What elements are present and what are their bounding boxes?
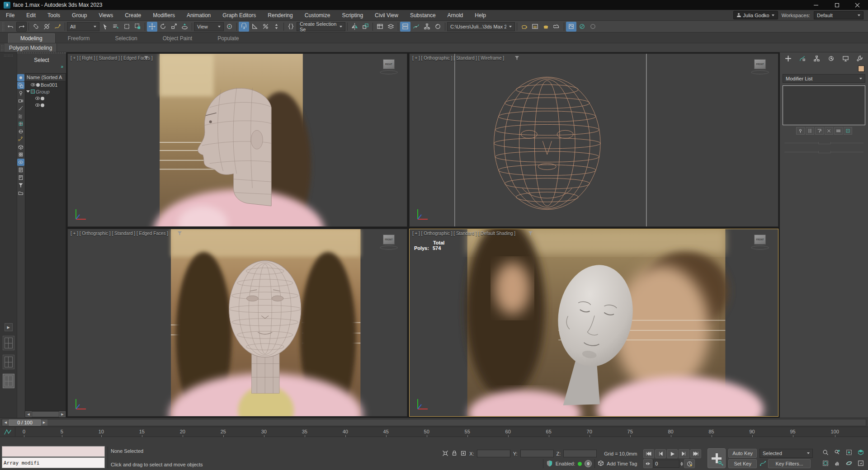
viewport-label[interactable]: [ + ] [ Orthographic ] [ Standard ] [ Ed… bbox=[71, 231, 168, 236]
explorer-row-box001[interactable]: Box001 bbox=[25, 81, 66, 88]
explorer-display-groups-icon[interactable] bbox=[17, 120, 24, 127]
help-circle-icon[interactable] bbox=[588, 22, 598, 32]
viewcube-face[interactable]: FRONT bbox=[383, 235, 395, 244]
explorer-properties-icon[interactable] bbox=[17, 166, 24, 174]
explorer-display-lights-icon[interactable] bbox=[17, 89, 24, 97]
viewcube-face[interactable]: FRONT bbox=[754, 235, 766, 244]
curves-icon[interactable] bbox=[760, 460, 766, 467]
viewcube-ring[interactable] bbox=[751, 245, 769, 250]
explorer-display-shapes-icon[interactable] bbox=[17, 82, 24, 89]
menu-item[interactable]: Group bbox=[66, 10, 93, 20]
bind-to-space-warp-icon[interactable] bbox=[52, 22, 63, 32]
render-in-cloud-button[interactable] bbox=[552, 22, 562, 32]
viewport-front-edged[interactable]: [ + ] [ Orthographic ] [ Standard ] [ Ed… bbox=[67, 229, 407, 417]
menu-item[interactable]: Substance bbox=[404, 10, 442, 20]
percent-snap-toggle[interactable] bbox=[260, 22, 271, 32]
explorer-display-xrefs-icon[interactable] bbox=[17, 128, 24, 135]
spinner-snap-toggle[interactable] bbox=[271, 22, 282, 32]
zoom-extents-button[interactable] bbox=[844, 447, 854, 457]
maxscript-listener-line[interactable]: Array modifi bbox=[2, 457, 105, 468]
key-mode-select[interactable]: Selected bbox=[760, 449, 813, 458]
ribbon-tab[interactable]: Modeling bbox=[8, 33, 55, 43]
viewcube[interactable]: FRONT bbox=[750, 235, 770, 250]
display-tab[interactable] bbox=[840, 53, 851, 63]
explorer-filter-funnel-icon[interactable] bbox=[17, 182, 24, 189]
filter-funnel-icon[interactable] bbox=[144, 56, 149, 61]
viewcube[interactable]: RIGHT bbox=[379, 59, 399, 75]
explorer-display-materials-icon[interactable] bbox=[17, 151, 24, 158]
render-production-button[interactable] bbox=[541, 22, 551, 32]
select-by-name-button[interactable] bbox=[111, 22, 121, 32]
viewport-label[interactable]: [ + ] [ Orthographic ] [ Standard ] [ Wi… bbox=[412, 56, 504, 61]
menu-item[interactable]: File bbox=[0, 10, 20, 20]
go-to-end-button[interactable] bbox=[690, 449, 701, 458]
visibility-eye-icon[interactable] bbox=[31, 83, 35, 86]
pan-hand-button[interactable] bbox=[832, 458, 843, 468]
redo-button[interactable] bbox=[16, 22, 27, 32]
next-frame-arrow[interactable]: ▶ bbox=[41, 419, 47, 426]
material-editor-button[interactable] bbox=[433, 22, 443, 32]
filter-funnel-icon[interactable] bbox=[514, 56, 519, 61]
isolate-selection-icon[interactable] bbox=[442, 450, 448, 457]
layout-preset-active-quad[interactable] bbox=[3, 374, 14, 388]
named-selection-sets-select[interactable]: Create Selection Se bbox=[297, 22, 345, 31]
expand-triangle-icon[interactable] bbox=[26, 90, 30, 93]
expand-panel-button[interactable]: » bbox=[58, 63, 66, 70]
viewcube[interactable]: FRONT bbox=[750, 59, 770, 75]
toggle-layer-explorer-button[interactable] bbox=[386, 22, 396, 32]
minimize-button[interactable] bbox=[806, 0, 826, 10]
time-slider-thumb[interactable]: 0 / 100 bbox=[9, 419, 41, 426]
scroll-right-arrow[interactable]: ▶ bbox=[59, 411, 66, 417]
toggle-ribbon-button[interactable] bbox=[400, 22, 410, 32]
maxscript-mini-listener[interactable]: Array modifi bbox=[2, 446, 105, 468]
menu-item[interactable]: Edit bbox=[20, 10, 42, 20]
create-tab[interactable] bbox=[783, 53, 793, 63]
menu-item[interactable]: Create bbox=[119, 10, 147, 20]
select-and-place-button[interactable] bbox=[179, 22, 190, 32]
explorer-settings-icon[interactable] bbox=[17, 174, 24, 181]
zoom-all-button[interactable] bbox=[832, 447, 843, 457]
align-button[interactable] bbox=[360, 22, 371, 32]
show-end-result-button[interactable] bbox=[806, 127, 814, 135]
window-crossing-toggle[interactable] bbox=[132, 22, 143, 32]
explorer-select-object-icon[interactable] bbox=[17, 74, 24, 81]
layout-tabs-grip[interactable] bbox=[4, 54, 14, 56]
explorer-row-group[interactable]: Group bbox=[25, 88, 66, 95]
signed-in-user-menu[interactable]: Julia Godko bbox=[733, 11, 778, 19]
snaps-toggle-3d[interactable]: 3 bbox=[239, 22, 249, 32]
menu-item[interactable]: Graph Editors bbox=[217, 10, 262, 20]
ribbon-tab[interactable]: Freeform bbox=[56, 33, 102, 43]
explorer-display-spacewarps-icon[interactable] bbox=[17, 113, 24, 120]
menu-item[interactable]: Modifiers bbox=[147, 10, 181, 20]
zero-badge[interactable]: 0 bbox=[585, 460, 592, 467]
selection-lock-icon[interactable] bbox=[451, 450, 458, 457]
time-slider-track[interactable]: ◀ 0 / 100 ▶ bbox=[2, 419, 866, 426]
adaptive-degradation-shield-icon[interactable] bbox=[546, 460, 553, 468]
select-and-link-icon[interactable] bbox=[31, 22, 41, 32]
menu-item[interactable]: Help bbox=[469, 10, 492, 20]
scroll-left-arrow[interactable]: ◀ bbox=[25, 411, 32, 417]
menu-item[interactable]: Civil View bbox=[369, 10, 404, 20]
next-frame-button[interactable] bbox=[679, 449, 689, 458]
angle-snap-toggle[interactable] bbox=[250, 22, 260, 32]
menu-item[interactable]: Rendering bbox=[262, 10, 298, 20]
explorer-folder-icon[interactable] bbox=[17, 189, 24, 197]
object-color-swatch[interactable] bbox=[858, 66, 864, 72]
configure-modifier-sets-button[interactable] bbox=[834, 127, 843, 135]
select-and-move-button[interactable] bbox=[147, 22, 157, 32]
viewport-right[interactable]: [ + ] [ Right ] [ Standard ] [ Edged Fac… bbox=[67, 53, 407, 227]
hierarchy-tab[interactable] bbox=[811, 53, 822, 63]
previous-frame-arrow[interactable]: ◀ bbox=[2, 419, 9, 426]
rollout-divider[interactable] bbox=[784, 152, 863, 155]
current-frame-field[interactable] bbox=[653, 460, 679, 468]
workspace-select[interactable]: Default bbox=[814, 11, 863, 19]
reference-coordinate-select[interactable]: View bbox=[194, 22, 224, 31]
undo-button[interactable] bbox=[5, 22, 16, 32]
zoom-extents-all-button[interactable] bbox=[855, 447, 866, 457]
rollout-divider[interactable] bbox=[784, 143, 863, 146]
play-button[interactable] bbox=[667, 449, 678, 458]
ribbon-tab[interactable]: Selection bbox=[103, 33, 149, 43]
layout-preset-button-2[interactable] bbox=[3, 355, 14, 369]
maximize-button[interactable] bbox=[826, 0, 847, 10]
modifier-stack[interactable] bbox=[783, 85, 865, 125]
